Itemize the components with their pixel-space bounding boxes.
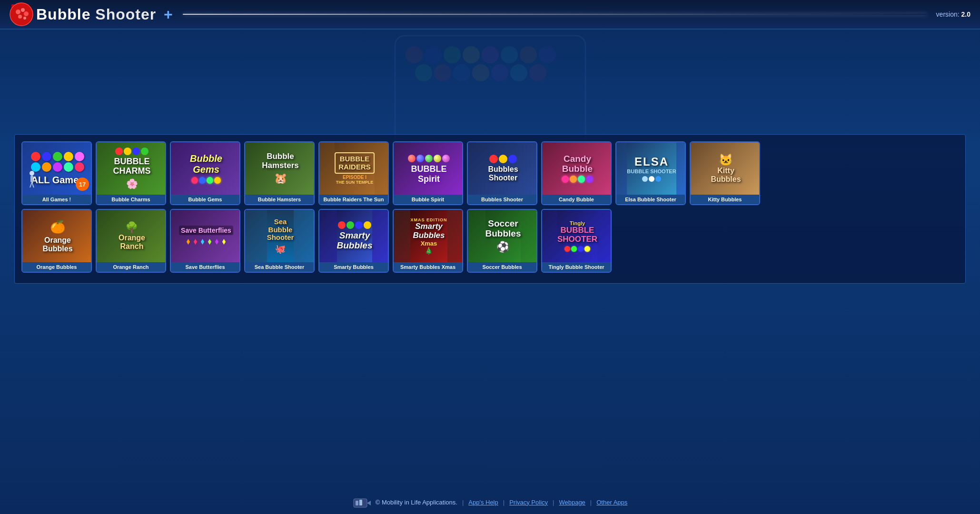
game-label-tingly-bubble: Tingly Bubble Shooter: [542, 262, 611, 272]
game-card-orange-ranch[interactable]: 🌳 OrangeRanch Orange Ranch: [96, 209, 166, 273]
footer-logo: © Mobility in Life Applications.: [353, 495, 457, 509]
svg-rect-31: [359, 500, 362, 505]
game-label-orange-bubbles: Orange Bubbles: [22, 262, 91, 272]
game-card-save-butterflies[interactable]: Save Butterflies Save Butterflies: [170, 209, 240, 273]
games-row-2: 🍊 OrangeBubbles Orange Bubbles 🌳 OrangeR…: [21, 209, 959, 273]
game-card-sea-bubble[interactable]: SeaBubbleShooter 🐙 Sea Bubble Shooter: [244, 209, 315, 273]
svg-marker-29: [367, 501, 371, 505]
game-label-bubble-raiders: Bubble Raiders The Sun: [319, 195, 388, 204]
svg-point-1: [16, 10, 20, 14]
games-container: ALL Games17All Games ! BUBBLECHARMS 🌸 Bu…: [14, 134, 966, 284]
footer: © Mobility in Life Applications. | App's…: [0, 490, 980, 514]
games-row-1: ALL Games17All Games ! BUBBLECHARMS 🌸 Bu…: [21, 141, 959, 205]
game-label-kitty-bubbles: Kitty Bubbles: [691, 195, 759, 204]
app-title: Bubble Shooter +: [36, 6, 173, 23]
svg-line-26: [30, 182, 32, 188]
svg-line-27: [32, 182, 34, 188]
footer-sep4: |: [590, 499, 592, 506]
game-card-smarty-xmas[interactable]: XMAS EDITION SmartyBubbles Xmas 🎄 Smarty…: [393, 209, 463, 273]
svg-rect-30: [356, 501, 358, 505]
game-card-bubble-hamsters[interactable]: BubbleHamsters 🐹 Bubble Hamsters: [244, 141, 315, 205]
game-card-bubble-raiders[interactable]: BUBBLERAIDERS EPISODE I THE SUN TEMPLE B…: [318, 141, 389, 205]
app-logo-icon: [10, 2, 33, 26]
all-games-count: 17: [76, 178, 89, 191]
game-card-bubble-gems[interactable]: BubbleGems Bubble Gems: [170, 141, 240, 205]
game-card-bubble-spirit[interactable]: BUBBLESpirit Bubble Spirit: [393, 141, 463, 205]
header-swoosh: [183, 14, 927, 15]
game-label-bubble-charms: Bubble Charms: [97, 195, 165, 204]
mobility-icon: [353, 495, 372, 509]
game-card-smarty-bubbles[interactable]: SmartyBubbles Smarty Bubbles: [318, 209, 389, 273]
game-label-smarty-xmas: Smarty Bubbles Xmas: [394, 262, 462, 272]
svg-point-2: [21, 8, 25, 12]
game-card-bubble-charms[interactable]: BUBBLECHARMS 🌸 Bubble Charms: [96, 141, 166, 205]
game-label-sea-bubble: Sea Bubble Shooter: [245, 262, 314, 272]
svg-point-0: [10, 3, 33, 26]
game-card-bubbles-shooter[interactable]: BubblesShooter Bubbles Shooter: [467, 141, 537, 205]
app-header: FREE Bubble Shooter + version: 2.0: [0, 0, 980, 30]
footer-sep1: |: [462, 499, 464, 506]
game-label-bubbles-shooter: Bubbles Shooter: [468, 195, 536, 204]
game-card-candy-bubble[interactable]: CandyBubble Candy Bubble: [541, 141, 612, 205]
game-label-save-butterflies: Save Butterflies: [171, 262, 239, 272]
version-info: version: 2.0: [936, 10, 970, 18]
main-content: ALL Games17All Games ! BUBBLECHARMS 🌸 Bu…: [0, 30, 980, 293]
game-card-soccer-bubbles[interactable]: SoccerBubbles ⚽ Soccer Bubbles: [467, 209, 537, 273]
footer-other-apps-link[interactable]: Other Apps: [596, 499, 627, 506]
game-label-smarty-bubbles: Smarty Bubbles: [319, 262, 388, 272]
footer-webpage-link[interactable]: Webpage: [559, 499, 585, 506]
game-label-bubble-hamsters: Bubble Hamsters: [245, 195, 314, 204]
footer-sep3: |: [553, 499, 554, 506]
svg-rect-25: [30, 176, 33, 182]
footer-help-link[interactable]: App's Help: [468, 499, 498, 506]
game-label-bubble-spirit: Bubble Spirit: [394, 195, 462, 204]
svg-point-3: [24, 11, 29, 16]
footer-copyright: © Mobility in Life Applications.: [376, 499, 457, 506]
game-label-soccer-bubbles: Soccer Bubbles: [468, 262, 536, 272]
game-card-elsa-bubble[interactable]: ELSA BUBBLE SHOOTER Elsa Bubble Shooter: [615, 141, 686, 205]
footer-sep2: |: [503, 499, 505, 506]
game-label-elsa-bubble: Elsa Bubble Shooter: [616, 195, 685, 204]
game-card-kitty-bubbles[interactable]: 🐱 KittyBubbles Kitty Bubbles: [690, 141, 760, 205]
svg-point-24: [30, 171, 34, 176]
game-card-all-games[interactable]: ALL Games17All Games !: [21, 141, 92, 205]
game-card-orange-bubbles[interactable]: 🍊 OrangeBubbles Orange Bubbles: [21, 209, 92, 273]
game-label-orange-ranch: Orange Ranch: [97, 262, 165, 272]
footer-privacy-link[interactable]: Privacy Policy: [509, 499, 548, 506]
svg-point-4: [18, 15, 22, 19]
svg-point-5: [23, 17, 26, 20]
game-card-tingly-bubble[interactable]: Tingly BUBBLESHOOTER Tingly Bubble Shoot…: [541, 209, 612, 273]
game-label-candy-bubble: Candy Bubble: [542, 195, 611, 204]
game-label-all-games: All Games !: [22, 195, 91, 204]
game-label-bubble-gems: Bubble Gems: [171, 195, 239, 204]
